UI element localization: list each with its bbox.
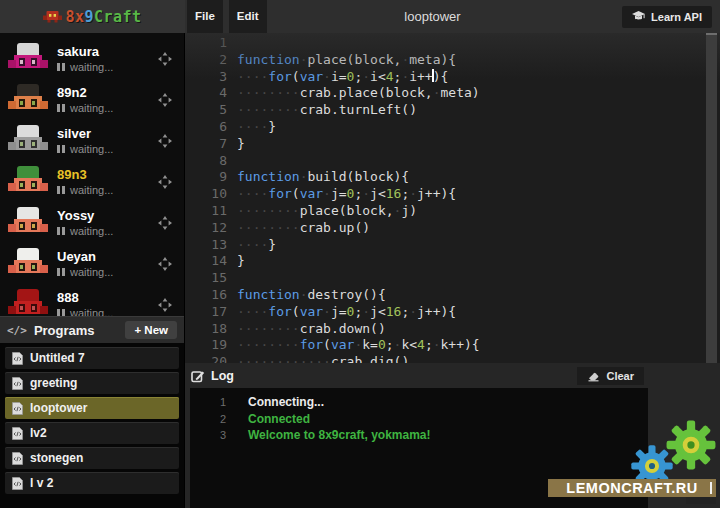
menu-edit[interactable]: Edit	[229, 0, 267, 33]
crab-avatar	[8, 289, 48, 316]
player-row[interactable]: sakura waiting...	[0, 38, 184, 79]
header: 8x9Craft File Edit looptower Learn API	[0, 0, 720, 33]
watermark-tail	[686, 497, 716, 504]
code-line: 20 ············crab.dig()	[185, 354, 720, 363]
log-entry: 1 Connecting...	[190, 394, 648, 411]
player-info: Ueyan waiting...	[57, 249, 149, 278]
line-code: ········for(var·k=0;·k<4;·k++){	[237, 337, 480, 354]
player-name: silver	[57, 126, 149, 141]
line-code: ········crab.place(block,·meta)	[237, 85, 480, 102]
script-file-icon	[12, 352, 23, 365]
clear-log-button[interactable]: Clear	[577, 367, 644, 385]
editor-scrollbar[interactable]	[706, 33, 717, 363]
program-row[interactable]: stonegen	[5, 447, 179, 469]
crab-avatar	[8, 207, 48, 238]
player-row[interactable]: silver waiting...	[0, 120, 184, 161]
line-number: 5	[185, 102, 237, 119]
locate-player-icon[interactable]	[158, 134, 172, 148]
code-line: 13 ····}	[185, 237, 720, 254]
player-status: waiting...	[57, 102, 149, 114]
pause-icon	[57, 309, 65, 316]
program-row[interactable]: greeting	[5, 372, 179, 394]
program-row[interactable]: lv2	[5, 422, 179, 444]
programs-title: Programs	[34, 323, 119, 338]
code-line: 11 ········place(block,·j)	[185, 203, 720, 220]
code-line: 3 ····for(var·i=0;·i<4;·i++){	[185, 69, 720, 86]
log-entry-text: Welcome to 8x9craft, yokmama!	[226, 427, 431, 444]
line-number: 15	[185, 270, 237, 287]
player-row[interactable]: 89n2 waiting...	[0, 79, 184, 120]
code-editor[interactable]: 1 2 function·place(block,·meta){ 3 ····f…	[185, 33, 720, 363]
menu-file[interactable]: File	[187, 0, 223, 33]
watermark-text: LEMONCRAFT.RU	[566, 480, 697, 496]
player-status: waiting...	[57, 266, 149, 278]
line-number: 6	[185, 119, 237, 136]
player-info: sakura waiting...	[57, 44, 149, 73]
new-program-button[interactable]: + New	[125, 321, 177, 339]
line-code: ····}	[237, 119, 276, 136]
player-row[interactable]: Ueyan waiting...	[0, 243, 184, 284]
crab-avatar	[8, 43, 48, 74]
locate-player-icon[interactable]	[158, 257, 172, 271]
pause-icon	[57, 268, 65, 276]
code-line: 17 ····for(var·j=0;·j<16;·j++){	[185, 304, 720, 321]
line-number: 11	[185, 203, 237, 220]
player-row[interactable]: Yossy waiting...	[0, 202, 184, 243]
player-info: 89n2 waiting...	[57, 85, 149, 114]
player-info: 89n3 waiting...	[57, 167, 149, 196]
pause-icon	[57, 227, 65, 235]
locate-player-icon[interactable]	[158, 298, 172, 312]
code-line: 12 ········crab.up()	[185, 220, 720, 237]
pause-icon	[57, 63, 65, 71]
line-number: 19	[185, 337, 237, 354]
programs-header: </> Programs + New	[0, 316, 184, 343]
line-number: 18	[185, 321, 237, 338]
learn-api-button[interactable]: Learn API	[622, 6, 712, 28]
crab-avatar	[8, 166, 48, 197]
locate-player-icon[interactable]	[158, 52, 172, 66]
line-code: function·build(block){	[237, 169, 409, 186]
gear-icon-green	[665, 419, 717, 471]
program-row[interactable]: Untitled 7	[5, 347, 179, 369]
program-row[interactable]: l v 2	[5, 472, 179, 494]
player-row[interactable]: 89n3 waiting...	[0, 161, 184, 202]
crab-avatar	[8, 248, 48, 279]
log-entry-number: 3	[190, 427, 226, 444]
text-cursor	[432, 69, 434, 82]
line-number: 10	[185, 186, 237, 203]
line-code: ····for(var·j=0;·j<16;·j++){	[237, 304, 456, 321]
log-entry-number: 1	[190, 394, 226, 411]
line-number: 12	[185, 220, 237, 237]
code-line: 9 function·build(block){	[185, 169, 720, 186]
graduation-cap-icon	[632, 11, 645, 22]
line-number: 4	[185, 85, 237, 102]
code-line: 18 ········crab.down()	[185, 321, 720, 338]
program-row[interactable]: looptower	[5, 397, 179, 419]
player-row[interactable]: 888 waiting...	[0, 284, 184, 316]
player-name: Ueyan	[57, 249, 149, 264]
locate-player-icon[interactable]	[158, 93, 172, 107]
code-line: 4 ········crab.place(block,·meta)	[185, 85, 720, 102]
player-status-text: waiting...	[70, 307, 113, 316]
program-label: looptower	[30, 401, 87, 415]
log-title: Log	[211, 369, 234, 383]
learn-api-label: Learn API	[651, 11, 702, 23]
line-code: ········crab.turnLeft()	[237, 102, 417, 119]
line-number: 20	[185, 354, 237, 363]
line-code: }	[237, 136, 245, 153]
locate-player-icon[interactable]	[158, 216, 172, 230]
code-line: 8	[185, 153, 720, 170]
line-number: 8	[185, 153, 237, 170]
line-number: 1	[185, 35, 237, 52]
player-name: 89n3	[57, 167, 149, 182]
code-line: 10 ····for(var·j=0;·j<16;·j++){	[185, 186, 720, 203]
pause-icon	[57, 186, 65, 194]
locate-player-icon[interactable]	[158, 175, 172, 189]
line-number: 7	[185, 136, 237, 153]
log-entry: 2 Connected	[190, 411, 648, 428]
code-lines: 1 2 function·place(block,·meta){ 3 ····f…	[185, 35, 720, 363]
script-file-icon	[12, 452, 23, 465]
line-code: ········place(block,·j)	[237, 203, 417, 220]
program-label: greeting	[30, 376, 77, 390]
player-status-text: waiting...	[70, 102, 113, 114]
